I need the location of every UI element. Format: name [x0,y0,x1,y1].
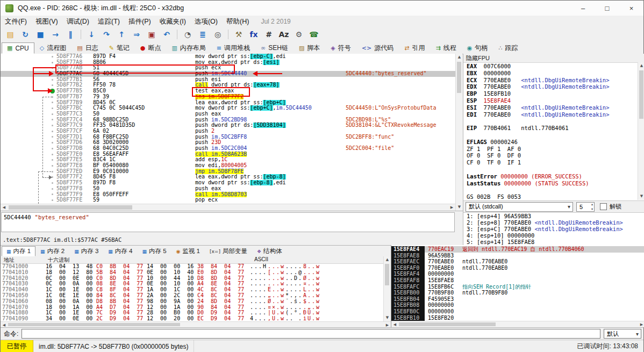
register-line[interactable]: ZF 1 PF 1 AF 0 [463,146,638,153]
stack-argument[interactable]: 3: [esp+C] 770EABE0 <ntdll.DbgUiRemoteBr… [463,226,638,232]
run-icon[interactable]: → [49,28,62,40]
disassembly-panel[interactable]: 5D8F77A6897D F4mov dword ptr ss:[ebp-C],… [1,54,455,204]
restart-icon[interactable]: ↻ [19,28,32,40]
register-line[interactable]: ECX 770EABE0 <ntdll.DbgUiRemoteBreakin> [463,77,638,84]
disasm-gutter[interactable] [1,128,56,134]
stack-row[interactable]: 15E8FAFC15E8FB6C指向SEH_Record[1]的指针 [391,284,644,290]
menu-item-1[interactable]: 文件(F) [1,17,31,26]
disasm-row[interactable]: 5D8F77F28D45 F8lea eax,dword ptr ss:[ebp… [1,174,455,180]
calculator-icon[interactable]: fx [247,28,260,40]
tab-memory-map[interactable]: ▥内存布局 [166,42,211,54]
breakpoints-icon[interactable]: ▣ [145,28,158,40]
register-line[interactable] [463,118,638,125]
tab-references[interactable]: ⇄引用 [399,42,430,54]
step-back-icon[interactable]: ↶ [160,28,173,40]
dump-row[interactable]: 770410300C 00 0A 0008 8E 04 770E 00 10 0… [1,281,383,287]
disasm-gutter[interactable] [1,65,56,71]
argument-count-stepper[interactable]: 5 [576,202,595,212]
scroll-down-icon[interactable] [638,193,644,200]
dump-row[interactable]: 770410501C 0E 1E 0084 8C 04 772A 00 2C 0… [1,293,383,299]
disasm-row[interactable]: 5D8F77A88B06mov eax,dword ptr ds:[esi] [1,60,455,66]
tab-dump-3[interactable]: ▦内存 3 [69,246,103,256]
dump-row[interactable]: 7704101018 00 12 805B 84 04 770E 00 10 4… [1,270,383,276]
menu-item-6[interactable]: 收藏夹(I) [155,17,190,26]
registers-vertical-scrollbar[interactable] [638,62,644,200]
scroll-thumb[interactable] [399,322,496,326]
disasm-row[interactable]: 5D8F77D168 F8BFC25Dpush im.5DC2BFF85DC2B… [1,134,455,140]
hide-fpu-button[interactable]: 隐藏FPU [463,54,644,63]
disasm-gutter[interactable] [1,192,56,198]
disasm-gutter[interactable] [1,100,56,106]
disasm-row[interactable]: 5D8F77B2FF50 78call dword ptr ds:[eax+78… [1,82,455,88]
tab-watch-1[interactable]: ◉监视 1 [171,246,205,256]
tab-cpu[interactable]: ▦CPU [2,42,34,54]
stack-row[interactable]: 15E8FAE896A59BB3 [391,253,644,259]
register-line[interactable]: EBX 00000000 [463,70,638,77]
open-file-icon[interactable]: ▤ [4,28,17,40]
stack-row[interactable]: 15E8FAEC770EABE0ntdll.770EABE0 [391,258,644,265]
disasm-row[interactable]: 5D8F77C350push eax [1,111,455,117]
scroll-thumb[interactable] [639,70,643,119]
dump-row[interactable]: 7704106008 00 0A 00D8 8B 04 7798 00 9A 0… [1,299,383,305]
tab-threads[interactable]: ⇉线程 [430,42,461,54]
tab-dump-1[interactable]: ▦内存 1 [2,246,35,256]
stack-row[interactable]: 15E8FAF0770EABE0ntdll.770EABE0 [391,265,644,271]
tab-seh-chain[interactable]: ∞SEH链 [255,42,294,54]
disasm-gutter[interactable] [1,157,56,163]
stack-row[interactable]: 15E8FB04F45905E3 [391,296,644,303]
stack-row[interactable]: 15E8FB1015E8FB20 [391,315,644,321]
step-over-icon[interactable]: ↷ [100,28,113,40]
disasm-row[interactable]: 5D8F77F5897D F8mov dword ptr ss:[ebp-8],… [1,180,455,186]
register-line[interactable]: CF 0 TF 0 IF 1 [463,159,638,166]
tab-handles[interactable]: ◉句柄 [462,42,493,54]
stack-row[interactable]: 15E8FB0C00000000 [391,308,644,315]
disasm-horizontal-scrollbar[interactable] [1,204,455,211]
disasm-vertical-scrollbar[interactable] [455,54,462,211]
minimize-button[interactable]: – [571,1,595,16]
pause-icon[interactable]: ‖ [64,28,77,40]
scroll-up-icon[interactable] [384,256,391,263]
font-icon[interactable]: Az [277,28,290,40]
scroll-thumb[interactable] [8,323,180,326]
trace-icon[interactable]: ◔ [181,28,194,40]
step-out-icon[interactable]: ↑ [115,28,128,40]
scroll-left-icon[interactable] [391,321,398,327]
disasm-gutter[interactable] [1,117,56,123]
disasm-row[interactable]: 5D8F77B779 39jns im.5D8F77F2 [1,94,455,100]
disasm-gutter[interactable] [1,163,56,169]
scroll-right-icon[interactable] [638,321,644,327]
tab-breakpoints[interactable]: ●断点 [135,42,167,54]
dump-row[interactable]: 770410401C 00 1E 00C8 8F 04 771A 00 1C 0… [1,287,383,293]
stack-argument[interactable]: 2: [esp+8] 770EABE0 <ntdll.DbgUiRemoteBr… [463,219,638,226]
tab-struct[interactable]: ❖结构体 [252,246,287,256]
disasm-row[interactable]: 5D8F77FE59pop ecx [1,197,455,203]
register-line[interactable]: LastError 00000000 (ERROR_SUCCESS) [463,173,638,180]
command-input[interactable] [22,329,600,339]
disasm-row[interactable]: 5D8F77E0E8 56EAFAFFcall im.5D8A623B [1,152,455,157]
disasm-gutter[interactable] [1,174,56,180]
register-line[interactable] [463,132,638,139]
disasm-gutter[interactable] [1,152,56,157]
tab-source[interactable]: <>源代码 [356,42,399,54]
disasm-row[interactable]: 5D8F77AC68 4044C45Dpush im.5DC444405DC44… [1,71,455,77]
disasm-row[interactable]: 5D8F77C9FF35 0481D35Dpush dword ptr ds:[… [1,123,455,128]
register-line[interactable]: EDX 770EABE0 <ntdll.DbgUiRemoteBreakin> [463,83,638,90]
register-line[interactable]: GS 002B FS 0053 [463,193,638,200]
calling-convention-select[interactable]: 默认 (stdcall) [466,202,573,212]
disasm-row[interactable]: 5D8F77B585C0test eax,eax [1,88,455,94]
disasm-gutter[interactable] [1,169,56,175]
register-line[interactable]: EAX 007C6000 [463,63,638,70]
register-line[interactable]: OF 0 SF 0 DF 0 [463,152,638,159]
tab-dump-4[interactable]: ▦内存 4 [103,246,137,256]
register-line[interactable]: ESI 770EABE0 <ntdll.DbgUiRemoteBreakin> [463,104,638,111]
disasm-gutter[interactable] [1,111,56,117]
stack-row[interactable]: 15E8FAE4770EAC19返回到 ntdll.770EAC19 自 ntd… [391,246,644,253]
menu-item-4[interactable]: 追踪(T) [94,17,124,26]
disasm-row[interactable]: 5D8F77B156push esi [1,77,455,83]
stop-icon[interactable]: ■ [34,28,47,40]
maximize-button[interactable]: □ [595,1,619,16]
settings-icon[interactable]: ⚙ [292,28,305,40]
disasm-row[interactable]: 5D8F77A6897D F4mov dword ptr ss:[ebp-C],… [1,54,455,60]
disasm-row[interactable]: 5D8F77F850push eax [1,186,455,192]
disasm-gutter[interactable] [1,123,56,128]
